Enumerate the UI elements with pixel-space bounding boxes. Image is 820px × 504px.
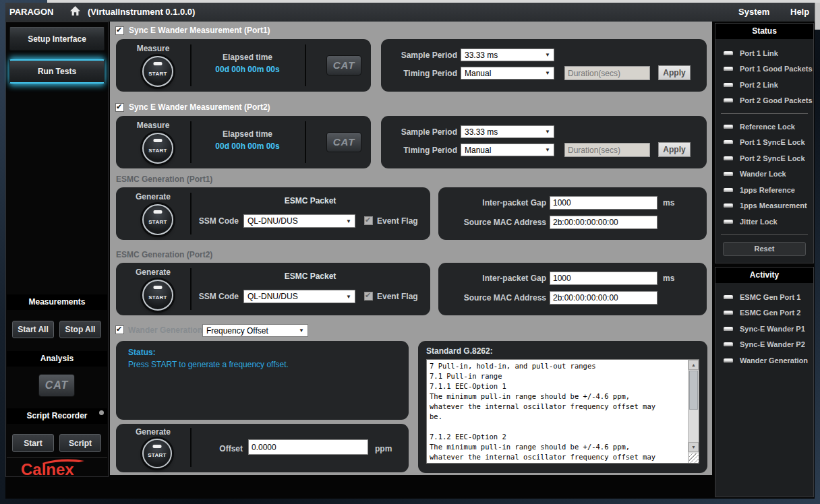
esmc1-start-button[interactable]: START xyxy=(142,204,173,235)
stop-all-label: Stop All xyxy=(65,325,96,334)
standard-textbox[interactable]: 7 Pull-in, hold-in, and pull-out ranges … xyxy=(426,359,699,464)
start-all-button[interactable]: Start All xyxy=(12,321,54,338)
led-indicator xyxy=(724,295,733,299)
esmc1-packet-title: ESMC Packet xyxy=(190,196,430,206)
wander1-sample-period-select[interactable]: 33.33 ms ▼ xyxy=(461,49,554,61)
esmc2-mac-input[interactable] xyxy=(550,291,657,305)
esmc1-gap-input[interactable] xyxy=(550,196,657,210)
esmc1-start-label: START xyxy=(144,219,172,225)
system-menu[interactable]: System xyxy=(738,7,769,17)
script-start-button[interactable]: Start xyxy=(12,434,54,452)
offset-label: Offset xyxy=(197,444,243,453)
chevron-down-icon: ▼ xyxy=(545,147,550,153)
script-button[interactable]: Script xyxy=(59,434,101,452)
wander2-elapsed-label: Elapsed time xyxy=(192,129,303,139)
wander-gen-start-button[interactable]: START xyxy=(142,439,172,468)
wander2-timing-period-value: Manual xyxy=(465,146,491,155)
wander2-timing-period-select[interactable]: Manual ▼ xyxy=(461,144,554,156)
chevron-down-icon: ▼ xyxy=(545,52,550,58)
wander1-duration-input[interactable] xyxy=(564,66,650,80)
wander2-cat-button[interactable]: CAT xyxy=(326,132,361,152)
esmc2-event-flag-checkbox[interactable] xyxy=(364,292,373,301)
esmc1-mac-input[interactable] xyxy=(550,216,657,229)
wander2-timing-period-label: Timing Period xyxy=(386,146,457,155)
stop-all-button[interactable]: Stop All xyxy=(59,321,101,338)
app-version-title: (VirtualInstrument 0.1.0.0) xyxy=(88,7,195,17)
wander1-enable-checkbox[interactable] xyxy=(115,26,124,35)
esmc2-ssm-code-value: QL-DNU/DUS xyxy=(247,292,298,301)
chevron-down-icon: ▼ xyxy=(545,70,550,76)
sidebar-item-setup-interface[interactable]: Setup Interface xyxy=(9,27,105,51)
wander-gen-mode-select[interactable]: Frequency Offset ▼ xyxy=(202,324,308,337)
status-item: Port 2 Link xyxy=(715,77,813,93)
led-indicator xyxy=(724,67,733,71)
led-indicator xyxy=(724,125,733,129)
standard-title: Standard G.8262: xyxy=(426,346,493,356)
esmc1-section-title: ESMC Generation (Port1) xyxy=(116,175,212,184)
led-indicator xyxy=(724,203,733,208)
offset-input[interactable] xyxy=(248,439,368,455)
esmc2-packet-title: ESMC Packet xyxy=(190,272,430,281)
led-indicator xyxy=(724,358,733,363)
calnex-logo-image: Calnex xyxy=(20,458,95,478)
wander2-start-button[interactable]: START xyxy=(142,133,173,164)
scrollbar-thumb[interactable] xyxy=(689,371,698,410)
scroll-up-icon[interactable]: ▲ xyxy=(689,360,699,370)
wander1-elapsed-value: 00d 00h 00m 00s xyxy=(192,65,303,74)
cat-analysis-button[interactable]: CAT xyxy=(38,374,75,397)
help-menu[interactable]: Help xyxy=(790,7,809,17)
wander2-sample-period-select[interactable]: 33.33 ms ▼ xyxy=(461,125,554,138)
activity-items: ESMC Gen Port 1ESMC Gen Port 2Sync-E Wan… xyxy=(715,283,813,369)
divider xyxy=(721,113,808,114)
wander1-cat-button[interactable]: CAT xyxy=(326,55,361,75)
wander1-timing-period-select[interactable]: Manual ▼ xyxy=(461,67,554,80)
wander1-section-title: Sync E Wander Measurement (Port1) xyxy=(129,26,270,35)
scrollbar-track[interactable]: ▲ ▼ xyxy=(688,360,699,463)
wander-gen-status-message: Press START to generate a frequency offs… xyxy=(128,360,289,369)
start-dash-icon xyxy=(154,62,163,65)
status-item: Port 2 SyncE Lock xyxy=(715,150,813,166)
status-item: Jitter Lock xyxy=(715,214,813,230)
esmc2-gap-input[interactable] xyxy=(550,272,657,285)
sidebar-item-run-tests[interactable]: Run Tests xyxy=(9,59,105,84)
resize-grip[interactable] xyxy=(689,453,699,463)
esmc1-ssm-code-label: SSM Code xyxy=(190,216,239,226)
esmc2-start-button[interactable]: START xyxy=(142,280,173,311)
wander2-duration-input[interactable] xyxy=(564,143,650,157)
esmc2-gap-label: Inter-packet Gap xyxy=(444,274,546,283)
wander2-apply-button[interactable]: Apply xyxy=(658,142,691,157)
scroll-down-icon[interactable]: ▼ xyxy=(689,442,699,452)
esmc1-ssm-code-select[interactable]: QL-DNU/DUS ▼ xyxy=(243,214,355,228)
esmc2-ssm-code-select[interactable]: QL-DNU/DUS ▼ xyxy=(243,290,355,303)
esmc1-event-flag-checkbox[interactable] xyxy=(364,216,373,225)
home-icon[interactable] xyxy=(69,5,81,19)
activity-item-label: ESMC Gen Port 2 xyxy=(740,309,800,317)
status-item: Port 1 SyncE Lock xyxy=(715,135,813,151)
wander1-start-button[interactable]: START xyxy=(142,56,173,87)
window-scrollbar-thumb[interactable] xyxy=(815,3,820,30)
wander2-start-label: START xyxy=(144,148,172,154)
esmc2-packet-panel: Generate START ESMC Packet SSM Code QL-D… xyxy=(116,263,430,315)
wander2-section-title: Sync E Wander Measurement (Port2) xyxy=(129,102,270,112)
chevron-down-icon: ▼ xyxy=(346,294,351,300)
app-body: Setup Interface Run Tests Measurements S… xyxy=(5,22,815,499)
start-dash-icon xyxy=(153,445,162,448)
wander2-measure-label: Measure xyxy=(116,121,190,130)
esmc2-start-label: START xyxy=(144,294,172,301)
esmc2-event-flag-label: Event Flag xyxy=(377,292,418,301)
wander-gen-status-title: Status: xyxy=(128,348,156,357)
wander1-measure-label: Measure xyxy=(116,44,190,53)
esmc2-generate-label: Generate xyxy=(116,267,190,277)
wander-gen-enable-checkbox[interactable] xyxy=(115,325,124,334)
divider xyxy=(721,234,808,235)
wander2-sample-period-label: Sample Period xyxy=(386,127,457,137)
wander-gen-mode-value: Frequency Offset xyxy=(206,326,268,336)
activity-item-label: Sync-E Wander P2 xyxy=(740,340,805,348)
wander2-enable-checkbox[interactable] xyxy=(115,103,124,112)
reset-button[interactable]: Reset xyxy=(723,242,806,256)
wander1-apply-button[interactable]: Apply xyxy=(658,65,691,80)
activity-panel-header: Activity xyxy=(715,267,813,283)
status-item: Reference Lock xyxy=(715,119,813,135)
esmc2-ssm-code-label: SSM Code xyxy=(190,292,239,301)
esmc2-gap-unit: ms xyxy=(663,274,674,283)
